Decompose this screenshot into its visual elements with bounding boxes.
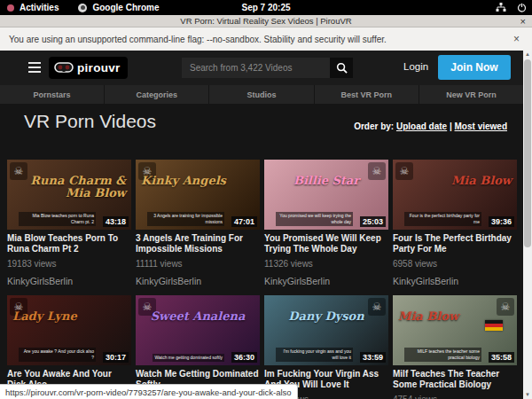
- video-studio-link[interactable]: KinkyGirlsBerlin: [7, 276, 131, 286]
- order-most-viewed-link[interactable]: Most viewed: [455, 121, 507, 131]
- thumbnail-overlay-title: Sweet Analena: [141, 310, 254, 323]
- thumbnail-overlay-title: Billie Star: [270, 175, 383, 187]
- video-title-link[interactable]: 3 Angels Are Training For Impossible Mis…: [136, 233, 260, 254]
- network-icon[interactable]: [496, 3, 506, 12]
- video-card[interactable]: ☠ Mia Blow MILF teaches the teacher some…: [393, 295, 517, 399]
- search-icon: [336, 62, 348, 74]
- thumbnail-overlay-title: Lady Lyne: [12, 310, 126, 323]
- video-card[interactable]: ☠ Runa Charm & Mia Blow Mia Blow teaches…: [7, 160, 131, 288]
- video-title-link[interactable]: You Promised We Will Keep Trying The Who…: [264, 233, 388, 254]
- sandbox-warning-bar: You are using an unsupported command-lin…: [0, 27, 532, 51]
- menu-hamburger-icon[interactable]: [28, 62, 41, 73]
- video-title-link[interactable]: Milf Teaches The Teacher Some Practical …: [393, 369, 517, 389]
- scrollbar-thumb[interactable]: [524, 59, 531, 247]
- search-input[interactable]: [182, 58, 330, 78]
- video-card[interactable]: ☠ Mia Blow Four is the perfect birthday …: [393, 160, 517, 288]
- order-by-label: Order by:: [354, 121, 394, 131]
- power-icon[interactable]: [517, 3, 527, 12]
- duration-badge: 39:36: [489, 216, 514, 227]
- thumbnail-overlay-title: Kinky Angels: [141, 175, 254, 187]
- video-studio-link[interactable]: KinkyGirlsBerlin: [136, 276, 260, 286]
- video-thumbnail[interactable]: ☠ Dany Dyson I'm fucking your virgin ass…: [264, 295, 388, 365]
- order-separator: |: [447, 121, 454, 131]
- duration-badge: 25:03: [360, 216, 386, 227]
- scrollbar[interactable]: ▲ ▼: [523, 51, 532, 399]
- video-card[interactable]: ☠ Kinky Angels 3 Angels are training for…: [136, 160, 260, 288]
- video-title-link[interactable]: Mia Blow Teaches Porn To Runa Charm Pt 2: [7, 233, 131, 254]
- thumbnail-caption: MILF teaches the teacher some practical …: [404, 348, 481, 362]
- tab-close-icon[interactable]: ×: [520, 16, 526, 27]
- video-views: 11326 views: [264, 259, 388, 269]
- thumbnail-overlay-title: Dany Dyson: [270, 310, 383, 323]
- video-thumbnail[interactable]: ☠ Mia Blow Four is the perfect birthday …: [393, 160, 517, 230]
- german-flag-icon: [485, 320, 503, 331]
- thumbnail-overlay-title: Runa Charm & Mia Blow: [12, 175, 126, 199]
- video-thumbnail[interactable]: ☠ Kinky Angels 3 Angels are training for…: [136, 160, 260, 230]
- video-thumbnail[interactable]: ☠ Sweet Analena Watch me getting dominat…: [136, 295, 260, 365]
- search-button[interactable]: [330, 58, 353, 78]
- video-thumbnail[interactable]: ☠ Mia Blow MILF teaches the teacher some…: [393, 295, 517, 365]
- thumbnail-caption: Mia Blow teaches porn to Runa Charm pt. …: [19, 212, 96, 226]
- warning-close-icon[interactable]: ×: [513, 33, 520, 45]
- thumbnail-caption: Watch me getting dominated softly: [153, 354, 224, 362]
- nav-item-categories[interactable]: Categories: [105, 85, 209, 104]
- tab-title: VR Porn: Virtual Reality Sex Videos | Pi…: [180, 16, 351, 26]
- system-clock[interactable]: Sep 7 20:25: [0, 3, 532, 12]
- thumbnail-overlay-title: Mia Blow: [398, 175, 512, 187]
- site-header: pirouvr Login Join Now: [0, 51, 523, 85]
- video-studio-link[interactable]: KinkyGirlsBerlin: [393, 276, 517, 286]
- nav-item-pornstars[interactable]: Pornstars: [0, 85, 105, 104]
- page-title: VR Porn Videos: [24, 111, 156, 132]
- status-url-text: https://pirouvr.com/vr-porn-video/779325…: [5, 387, 292, 397]
- video-title-link[interactable]: Four Is The Perfect Birthday Party For M…: [393, 233, 517, 254]
- order-by-controls: Order by: Upload date | Most viewed: [354, 121, 507, 131]
- scroll-down-icon[interactable]: ▼: [523, 391, 532, 399]
- video-studio-link[interactable]: KinkyGirlsBerlin: [264, 276, 388, 286]
- nav-item-new-vr-porn[interactable]: New VR Porn: [419, 85, 523, 104]
- video-views: 4754 views: [393, 395, 517, 399]
- browser-title-bar: VR Porn: Virtual Reality Sex Videos | Pi…: [0, 15, 532, 27]
- vr-goggles-icon: [54, 62, 74, 74]
- thumbnail-caption: You promised we will keep trying the who…: [276, 212, 353, 226]
- thumbnail-caption: Four is the perfect birthday party for m…: [404, 212, 481, 226]
- video-thumbnail[interactable]: ☠ Runa Charm & Mia Blow Mia Blow teaches…: [7, 160, 131, 230]
- video-thumbnail[interactable]: ☠ Lady Lyne Are you awake ? And your dic…: [7, 295, 131, 365]
- system-top-bar: Activities Google Chrome Sep 7 20:25: [0, 0, 532, 15]
- nav-item-studios[interactable]: Studios: [209, 85, 314, 104]
- page-viewport: pirouvr Login Join Now Pornstars Categor…: [0, 51, 523, 399]
- thumbnail-caption: Are you awake ? And your dick also ?: [19, 348, 96, 362]
- duration-badge: 30:17: [103, 352, 129, 363]
- duration-badge: 43:18: [103, 216, 129, 227]
- video-views: 19183 views: [7, 259, 131, 269]
- video-views: 11111 views: [136, 259, 260, 269]
- duration-badge: 35:58: [489, 352, 514, 363]
- login-link[interactable]: Login: [403, 61, 428, 72]
- thumbnail-caption: 3 Angels are training for impossible mis…: [147, 212, 224, 226]
- site-logo[interactable]: pirouvr: [49, 57, 128, 79]
- nav-item-best-vr-porn[interactable]: Best VR Porn: [315, 85, 419, 104]
- main-nav: Pornstars Categories Studios Best VR Por…: [0, 85, 523, 104]
- scroll-up-icon[interactable]: ▲: [523, 51, 532, 59]
- thumbnail-caption: I'm fucking your virgin ass and you will…: [276, 348, 353, 362]
- join-now-button[interactable]: Join Now: [438, 55, 511, 80]
- video-grid: ☠ Runa Charm & Mia Blow Mia Blow teaches…: [7, 160, 517, 399]
- warning-text: You are using an unsupported command-lin…: [9, 35, 387, 44]
- duration-badge: 33:59: [360, 352, 386, 363]
- site-logo-text: pirouvr: [77, 61, 121, 74]
- order-upload-date-link[interactable]: Upload date: [396, 121, 447, 131]
- video-card[interactable]: ☠ Billie Star You promised we will keep …: [264, 160, 388, 288]
- duration-badge: 36:30: [231, 352, 257, 363]
- status-url-bar: https://pirouvr.com/vr-porn-video/779325…: [0, 384, 298, 399]
- video-views: 6958 views: [393, 259, 517, 269]
- video-thumbnail[interactable]: ☠ Billie Star You promised we will keep …: [264, 160, 388, 230]
- duration-badge: 47:01: [231, 216, 257, 227]
